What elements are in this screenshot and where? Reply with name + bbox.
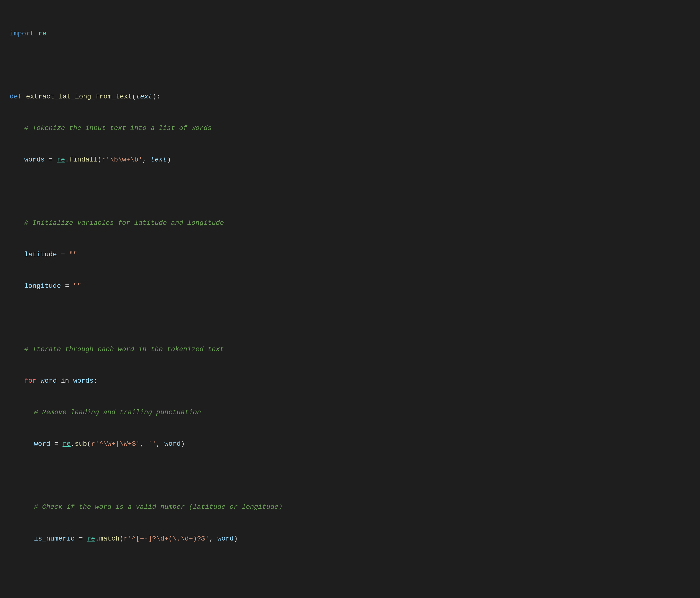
var-words-2: words bbox=[73, 377, 94, 384]
line-14: word = re.sub(r'^\W+|\W+$', '', word) bbox=[10, 439, 690, 449]
function-name: extract_lat_long_from_text bbox=[26, 93, 132, 100]
comment-2: # Initialize variables for latitude and … bbox=[24, 219, 224, 227]
line-13: # Remove leading and trailing punctuatio… bbox=[10, 407, 690, 418]
method-findall: findall bbox=[69, 156, 98, 164]
module-re-3: re bbox=[62, 440, 71, 448]
line-9: longitude = "" bbox=[10, 281, 690, 291]
line-6 bbox=[10, 186, 690, 197]
line-19: if is_numeric: bbox=[10, 597, 690, 598]
module-re-2: re bbox=[57, 156, 65, 164]
string-empty-2: "" bbox=[73, 282, 81, 290]
var-word-2: word bbox=[34, 440, 50, 448]
string-empty-1: "" bbox=[69, 251, 77, 258]
line-12: for word in words: bbox=[10, 376, 690, 386]
string-empty-3: '' bbox=[148, 440, 156, 448]
string-regex-3: r'^[+-]?\d+(\.\d+)?$' bbox=[124, 535, 209, 543]
module-re-4: re bbox=[87, 535, 95, 543]
param-text-2: text bbox=[151, 156, 167, 164]
paren-close: ) bbox=[152, 93, 156, 100]
var-words: words bbox=[24, 156, 45, 164]
var-word: word bbox=[41, 377, 57, 384]
keyword-import: import bbox=[10, 30, 34, 38]
module-re: re bbox=[38, 30, 47, 38]
comment-3: # Iterate through each word in the token… bbox=[24, 346, 224, 353]
var-word-4: word bbox=[217, 535, 233, 543]
param-text: text bbox=[136, 93, 152, 100]
line-4: # Tokenize the input text into a list of… bbox=[10, 123, 690, 133]
line-2 bbox=[10, 60, 690, 70]
code-editor: import re def extract_lat_long_from_text… bbox=[10, 7, 690, 598]
keyword-in: in bbox=[61, 377, 69, 384]
line-15 bbox=[10, 470, 690, 481]
comment-4: # Remove leading and trailing punctuatio… bbox=[34, 408, 201, 416]
paren-open: ( bbox=[132, 93, 136, 100]
method-match: match bbox=[99, 535, 120, 543]
var-latitude: latitude bbox=[24, 251, 57, 258]
string-regex-1: r'\b\w+\b' bbox=[102, 156, 142, 164]
line-16: # Check if the word is a valid number (l… bbox=[10, 502, 690, 512]
string-regex-2: r'^\W+|\W+$' bbox=[91, 440, 140, 448]
line-18 bbox=[10, 565, 690, 575]
keyword-def: def bbox=[10, 93, 22, 100]
method-sub: sub bbox=[75, 440, 87, 448]
var-longitude: longitude bbox=[24, 282, 61, 290]
line-7: # Initialize variables for latitude and … bbox=[10, 218, 690, 228]
comment-1: # Tokenize the input text into a list of… bbox=[24, 124, 212, 132]
line-10 bbox=[10, 312, 690, 323]
line-1: import re bbox=[10, 28, 690, 39]
comment-5: # Check if the word is a valid number (l… bbox=[34, 503, 282, 511]
line-8: latitude = "" bbox=[10, 249, 690, 260]
var-is-numeric: is_numeric bbox=[34, 535, 75, 543]
line-5: words = re.findall(r'\b\w+\b', text) bbox=[10, 154, 690, 165]
line-17: is_numeric = re.match(r'^[+-]?\d+(\.\d+)… bbox=[10, 533, 690, 544]
keyword-for: for bbox=[24, 377, 36, 384]
line-3: def extract_lat_long_from_text(text): bbox=[10, 92, 690, 102]
var-word-3: word bbox=[165, 440, 181, 448]
colon-1: : bbox=[156, 93, 160, 100]
line-11: # Iterate through each word in the token… bbox=[10, 344, 690, 354]
